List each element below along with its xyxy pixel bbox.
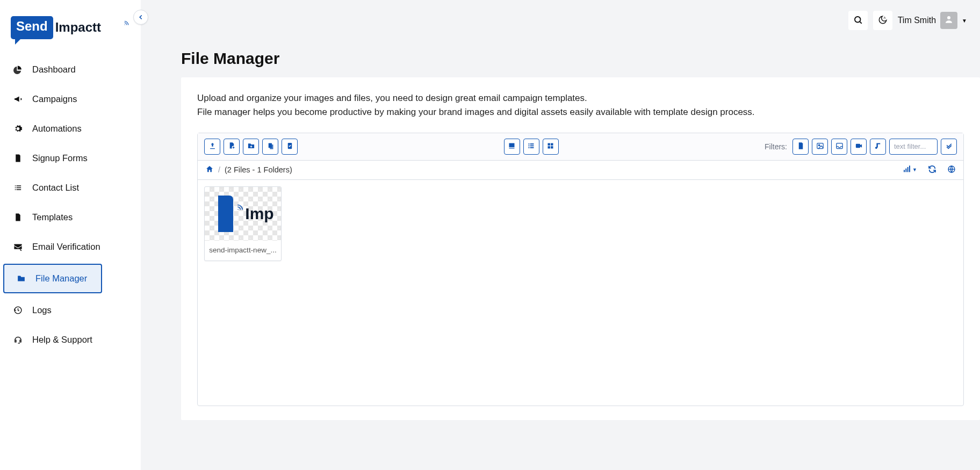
sidebar-item-help-support[interactable]: Help & Support [0,325,141,355]
svg-rect-16 [548,143,550,145]
new-file-button[interactable] [224,139,240,155]
sidebar-item-label: Templates [32,212,73,222]
search-button[interactable] [848,11,868,30]
text-filter-input[interactable] [889,139,938,155]
filter-files-button[interactable] [792,139,809,155]
filter-images-button[interactable] [812,139,828,155]
svg-point-3 [947,16,950,19]
file-thumbnail: Imp [205,187,281,241]
file-name: send-impactt-new_... [205,241,281,261]
view-grid-button[interactable] [543,139,559,155]
sidebar-item-label: Dashboard [32,64,76,75]
svg-rect-12 [529,145,530,146]
fm-breadcrumb-row: / (2 Files - 1 Folders) ▼ [198,161,963,180]
fm-toolbar: Filters: [198,133,963,161]
chevron-down-icon: ▼ [962,18,967,24]
svg-rect-14 [529,147,530,148]
page-intro: Upload and organize your images and file… [197,91,964,120]
upload-button[interactable] [204,139,220,155]
breadcrumb-sep: / [218,165,220,174]
sidebar-item-label: Signup Forms [32,153,88,163]
fm-actions-left [204,139,298,155]
bullhorn-icon [13,95,23,104]
music-icon [874,142,882,151]
refresh-button[interactable] [928,165,936,175]
sidebar: Send Impactt Dashboard Campaigns Automat… [0,0,141,470]
user-menu[interactable]: Tim Smith ▼ [898,12,967,29]
grid-icon [546,142,554,151]
svg-rect-8 [509,143,515,147]
view-list-button[interactable] [523,139,539,155]
list-icon [13,183,23,192]
language-button[interactable] [947,165,956,175]
sidebar-item-label: Automations [32,124,82,134]
inbox-icon [835,142,844,151]
sidebar-item-label: Campaigns [32,94,77,104]
sidebar-item-file-manager[interactable]: File Manager [3,264,102,293]
view-large-button[interactable] [504,139,520,155]
mailcheck-icon [13,242,23,251]
intro-line: File manager helps you become productive… [197,105,964,119]
person-icon [944,15,954,26]
file-item[interactable]: Imp send-impactt-new_... [204,186,282,261]
filter-videos-button[interactable] [851,139,867,155]
filter-archives-button[interactable] [831,139,847,155]
new-folder-button[interactable] [243,139,259,155]
svg-rect-27 [909,165,910,172]
theme-toggle-button[interactable]: A [873,11,892,30]
grid-large-icon [508,142,516,151]
sidebar-item-logs[interactable]: Logs [0,295,141,325]
file-plus-icon [228,142,236,151]
image-icon [816,142,824,151]
doc-icon [13,213,23,222]
svg-point-21 [818,144,820,146]
svg-rect-19 [551,146,553,148]
breadcrumb-home[interactable] [205,165,214,175]
page-title: File Manager [181,49,980,68]
sidebar-item-dashboard[interactable]: Dashboard [0,55,141,84]
pie-icon [13,65,23,74]
sidebar-item-contact-list[interactable]: Contact List [0,173,141,203]
svg-rect-20 [817,143,823,148]
clipboard-check-button[interactable] [282,139,298,155]
file-manager: Filters: [197,133,964,406]
brand-logo[interactable]: Send Impactt [11,16,130,39]
svg-rect-26 [907,167,909,172]
fm-view-switch [504,139,559,155]
paste-button[interactable] [262,139,278,155]
brand-logo-part1: Send [11,16,53,39]
form-icon [13,154,23,163]
svg-rect-24 [904,170,905,172]
svg-line-1 [860,21,861,23]
topbar: A Tim Smith ▼ [141,0,980,30]
wifi-icon [124,15,131,30]
search-icon [853,15,863,26]
apply-filter-button[interactable] [941,139,957,155]
svg-point-0 [855,17,861,23]
history-icon [13,306,23,315]
sidebar-item-email-verification[interactable]: Email Verification [0,232,141,262]
sort-size-button[interactable]: ▼ [903,165,917,175]
folder-plus-icon [247,142,255,151]
sidebar-item-signup-forms[interactable]: Signup Forms [0,143,141,173]
upload-icon [208,142,217,151]
intro-line: Upload and organize your images and file… [197,91,964,105]
video-icon [855,142,863,151]
svg-rect-17 [551,143,553,145]
avatar [940,12,957,29]
content-panel: Upload and organize your images and file… [181,77,980,420]
filter-audio-button[interactable] [870,139,886,155]
fm-file-grid: Imp send-impactt-new_... [198,180,963,406]
wifi-icon [235,209,245,219]
clipboard-check-icon [286,142,294,151]
user-name: Tim Smith [898,16,936,25]
svg-rect-18 [548,146,550,148]
sidebar-item-campaigns[interactable]: Campaigns [0,84,141,114]
sidebar-collapse-button[interactable] [133,10,148,25]
svg-rect-13 [530,145,534,146]
chevron-down-icon: ▼ [912,167,917,172]
svg-rect-10 [529,143,530,144]
sidebar-item-templates[interactable]: Templates [0,203,141,232]
sidebar-item-automations[interactable]: Automations [0,114,141,143]
svg-rect-25 [905,168,906,172]
